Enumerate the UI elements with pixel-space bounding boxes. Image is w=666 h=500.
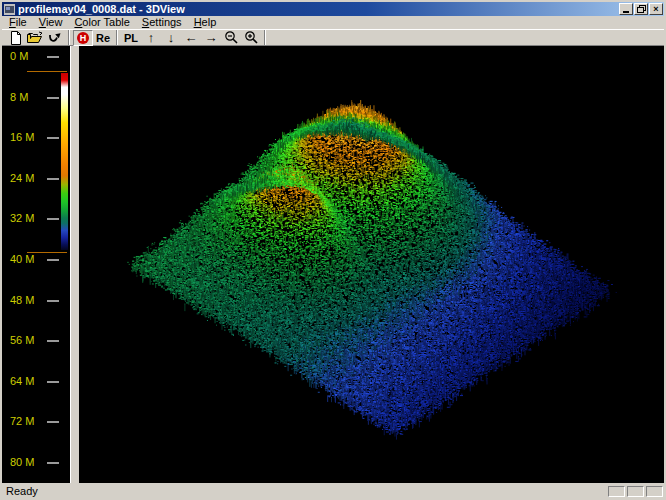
new-file-icon <box>9 31 22 45</box>
menu-bar: FileViewColor TableSettingsHelp <box>2 16 664 29</box>
depth-tick <box>47 259 59 261</box>
status-message: Ready <box>2 485 606 498</box>
depth-tick <box>47 300 59 302</box>
pan-right-button[interactable]: → <box>201 30 221 46</box>
toolbar-separator <box>116 30 118 45</box>
h-toggle-button[interactable]: H <box>73 30 93 46</box>
left-arrow-icon: ← <box>185 31 198 45</box>
app-icon <box>4 4 15 15</box>
3d-view[interactable] <box>79 46 664 483</box>
depth-label: 64 M <box>10 376 34 387</box>
pan-up-button[interactable]: ↑ <box>141 30 161 46</box>
panel-splitter[interactable] <box>70 46 79 483</box>
open-file-button[interactable] <box>25 30 45 46</box>
depth-label: 72 M <box>10 416 34 427</box>
status-pane-3 <box>646 486 663 497</box>
pan-left-button[interactable]: ← <box>181 30 201 46</box>
right-arrow-icon: → <box>205 31 218 45</box>
status-pane-1 <box>608 486 625 497</box>
open-folder-icon <box>27 31 43 44</box>
depth-tick <box>47 56 59 58</box>
depth-label: 80 M <box>10 457 34 468</box>
app-window: profilemay04_0008.dat - 3DView × FileVie… <box>0 0 666 500</box>
depth-label: 56 M <box>10 335 34 346</box>
depth-tick <box>47 218 59 220</box>
close-button[interactable]: × <box>649 3 663 15</box>
depth-tick <box>47 178 59 180</box>
restore-button[interactable] <box>634 3 648 15</box>
depth-label: 8 M <box>10 92 28 103</box>
replay-button[interactable] <box>45 30 65 46</box>
curved-arrow-icon <box>48 31 62 44</box>
depth-label: 32 M <box>10 213 34 224</box>
h-icon: H <box>77 32 89 44</box>
minimize-button[interactable] <box>619 3 633 15</box>
menu-item-file[interactable]: File <box>3 16 33 29</box>
menu-item-settings[interactable]: Settings <box>136 16 188 29</box>
sonar-point-cloud[interactable] <box>79 46 664 483</box>
zoom-in-icon <box>244 30 259 45</box>
menu-item-color-table[interactable]: Color Table <box>68 16 135 29</box>
zoom-out-button[interactable] <box>221 30 241 46</box>
up-arrow-icon: ↑ <box>148 31 155 45</box>
depth-label: 24 M <box>10 173 34 184</box>
re-button[interactable]: Re <box>93 30 113 46</box>
depth-label: 0 M <box>10 51 28 62</box>
depth-scale-panel: 0 M8 M16 M24 M32 M40 M48 M56 M64 M72 M80… <box>2 46 70 483</box>
depth-tick <box>47 97 59 99</box>
new-file-button[interactable] <box>5 30 25 46</box>
depth-tick <box>47 421 59 423</box>
depth-tick <box>47 340 59 342</box>
toolbar: H Re PL ↑ ↓ ← → <box>2 29 664 46</box>
client-area: 0 M8 M16 M24 M32 M40 M48 M56 M64 M72 M80… <box>2 46 664 483</box>
restore-icon <box>637 5 646 13</box>
pl-button[interactable]: PL <box>121 30 141 46</box>
depth-tick <box>47 381 59 383</box>
depth-label: 40 M <box>10 254 34 265</box>
menu-item-view[interactable]: View <box>33 16 69 29</box>
status-pane-2 <box>627 486 644 497</box>
colorbar-top-mark <box>27 71 67 72</box>
depth-label: 16 M <box>10 132 34 143</box>
depth-tick <box>47 462 59 464</box>
menu-item-help[interactable]: Help <box>188 16 223 29</box>
window-title: profilemay04_0008.dat - 3DView <box>18 2 618 16</box>
status-bar: Ready <box>2 483 664 498</box>
title-bar: profilemay04_0008.dat - 3DView × <box>2 2 664 16</box>
minimize-icon <box>623 11 629 13</box>
depth-colorbar <box>61 73 68 250</box>
pan-down-button[interactable]: ↓ <box>161 30 181 46</box>
down-arrow-icon: ↓ <box>168 31 175 45</box>
toolbar-separator <box>68 30 70 45</box>
depth-tick <box>47 137 59 139</box>
close-icon: × <box>653 4 658 14</box>
zoom-out-icon <box>224 30 239 45</box>
zoom-in-button[interactable] <box>241 30 261 46</box>
toolbar-separator <box>264 30 266 45</box>
depth-label: 48 M <box>10 295 34 306</box>
